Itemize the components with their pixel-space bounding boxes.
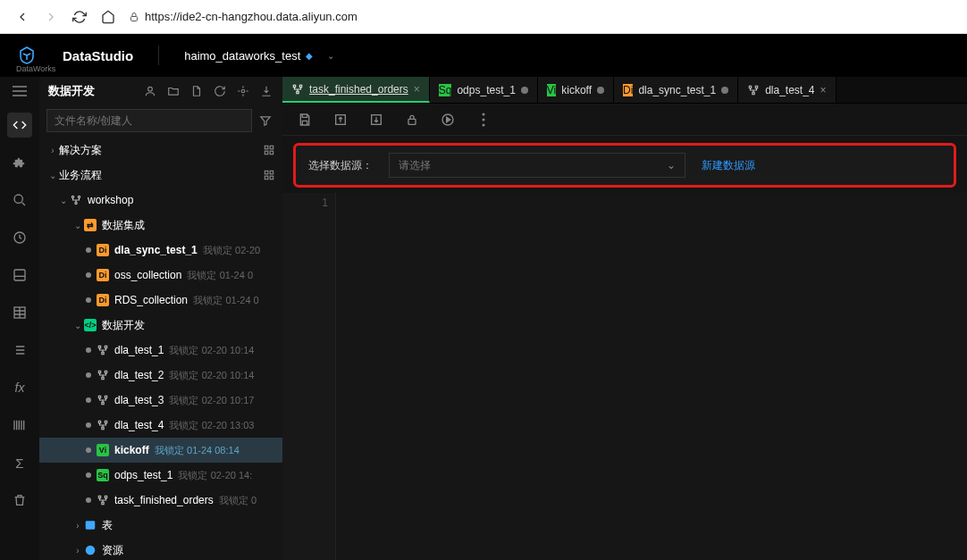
logo-icon xyxy=(16,45,38,66)
submit-button[interactable] xyxy=(332,112,349,128)
svg-rect-36 xyxy=(299,85,301,87)
tab-bar: task_finished_orders× Sqodps_test_1 Viki… xyxy=(282,77,967,104)
close-icon[interactable]: × xyxy=(820,84,827,96)
publish-button[interactable] xyxy=(368,112,384,128)
rail-component[interactable] xyxy=(7,263,32,288)
dirty-dot-icon xyxy=(521,87,528,94)
head-import-icon[interactable] xyxy=(259,84,273,98)
tree-item-kickoff[interactable]: Vikickoff我锁定 01-24 08:14 xyxy=(39,438,282,463)
svg-rect-28 xyxy=(105,421,106,422)
section-solutions[interactable]: ›解决方案 xyxy=(39,138,282,163)
save-button[interactable] xyxy=(297,112,313,128)
svg-point-6 xyxy=(241,89,245,93)
tab-task-finished-orders[interactable]: task_finished_orders× xyxy=(282,77,430,103)
project-name: haimo_dataworks_test xyxy=(184,49,300,63)
app-title: DataStudio xyxy=(63,48,133,63)
section-bizflow[interactable]: ⌄业务流程 xyxy=(39,163,282,188)
svg-point-34 xyxy=(86,546,96,556)
tab-dla-test-4[interactable]: dla_test_4× xyxy=(738,77,836,103)
home-button[interactable] xyxy=(100,9,116,25)
svg-rect-43 xyxy=(408,119,416,124)
tree-item-task-finished-orders[interactable]: task_finished_orders我锁定 0 xyxy=(39,488,282,513)
head-locate-icon[interactable] xyxy=(236,84,250,98)
resource-folder[interactable]: ›资源 xyxy=(39,538,282,560)
collapse-rail-button[interactable] xyxy=(0,82,39,100)
svg-rect-32 xyxy=(102,502,104,504)
run-button[interactable] xyxy=(440,112,456,128)
svg-rect-30 xyxy=(98,496,100,497)
new-datasource-link[interactable]: 新建数据源 xyxy=(702,158,755,173)
tree-item-odps-test-1[interactable]: Sqodps_test_1我锁定 02-20 14: xyxy=(39,463,282,488)
head-user-icon[interactable] xyxy=(143,84,157,98)
tab-kickoff[interactable]: Vikickoff xyxy=(538,77,614,103)
diamond-icon: ◆ xyxy=(306,51,313,61)
svg-point-45 xyxy=(483,113,485,115)
file-tree: ›解决方案 ⌄业务流程 ⌄workshop ⌄⇄数据集成 Didla_sync_… xyxy=(39,136,282,560)
datasource-label: 选择数据源： xyxy=(308,158,373,173)
forward-button[interactable] xyxy=(43,9,59,25)
dev-folder[interactable]: ⌄</>数据开发 xyxy=(39,313,282,338)
rail-barcode[interactable] xyxy=(7,413,32,438)
svg-point-16 xyxy=(78,196,80,197)
svg-rect-9 xyxy=(265,151,268,155)
svg-rect-0 xyxy=(131,16,138,21)
svg-rect-24 xyxy=(98,396,100,397)
rail-table[interactable] xyxy=(7,300,32,325)
svg-rect-19 xyxy=(105,346,106,347)
svg-rect-33 xyxy=(86,521,96,529)
dataint-folder[interactable]: ⌄⇄数据集成 xyxy=(39,213,282,238)
tree-item-dla-sync-test-1[interactable]: Didla_sync_test_1我锁定 02-20 xyxy=(39,238,282,263)
rail-sigma[interactable]: Σ xyxy=(7,450,32,475)
svg-rect-18 xyxy=(98,346,100,347)
head-refresh-icon[interactable] xyxy=(213,84,227,98)
svg-point-17 xyxy=(75,202,77,204)
more-button[interactable] xyxy=(475,112,492,128)
table-folder[interactable]: ›表 xyxy=(39,513,282,538)
tree-item-dla-test-4[interactable]: dla_test_4我锁定 02-20 13:03 xyxy=(39,413,282,438)
address-bar[interactable]: https://ide2-cn-hangzhou.data.aliyun.com xyxy=(129,10,357,23)
chevron-down-icon: ⌄ xyxy=(667,159,676,171)
svg-rect-14 xyxy=(270,176,273,180)
tree-item-oss-collection[interactable]: Dioss_collection我锁定 01-24 0 xyxy=(39,263,282,288)
workshop-folder[interactable]: ⌄workshop xyxy=(39,188,282,213)
svg-rect-40 xyxy=(753,92,754,94)
tab-odps-test-1[interactable]: Sqodps_test_1 xyxy=(430,77,538,103)
tree-item-dla-test-2[interactable]: dla_test_2我锁定 02-20 10:14 xyxy=(39,363,282,388)
code-editor[interactable]: 1 xyxy=(282,193,967,560)
lock-button[interactable] xyxy=(404,112,420,128)
head-new-folder-icon[interactable] xyxy=(166,84,181,98)
svg-rect-3 xyxy=(14,270,25,280)
rail-code[interactable] xyxy=(7,113,32,138)
svg-rect-11 xyxy=(265,171,268,174)
tab-dla-sync-test-1[interactable]: Didla_sync_test_1 xyxy=(614,77,738,103)
search-input[interactable] xyxy=(46,109,252,132)
head-new-file-icon[interactable] xyxy=(189,84,204,98)
back-button[interactable] xyxy=(14,9,30,25)
datasource-select[interactable]: 请选择 ⌄ xyxy=(389,153,685,178)
rail-history[interactable] xyxy=(7,225,32,250)
svg-rect-10 xyxy=(270,151,273,155)
reload-button[interactable] xyxy=(71,9,88,25)
tree-item-rds-collection[interactable]: DiRDS_collection我锁定 01-24 0 xyxy=(39,288,282,313)
tree-item-dla-test-1[interactable]: dla_test_1我锁定 02-20 10:14 xyxy=(39,338,282,363)
editor-area: task_finished_orders× Sqodps_test_1 Viki… xyxy=(282,77,967,560)
svg-rect-22 xyxy=(105,371,106,372)
project-selector[interactable]: haimo_dataworks_test ◆ ⌄ xyxy=(184,49,334,63)
tree-item-dla-test-3[interactable]: dla_test_3我锁定 02-20 10:17 xyxy=(39,388,282,413)
close-icon[interactable]: × xyxy=(414,83,420,96)
rail-list[interactable] xyxy=(7,338,32,363)
svg-rect-29 xyxy=(102,427,104,429)
url-text: https://ide2-cn-hangzhou.data.aliyun.com xyxy=(145,10,357,23)
svg-rect-25 xyxy=(105,396,106,397)
svg-rect-23 xyxy=(102,377,104,379)
svg-rect-39 xyxy=(755,86,757,88)
filter-button[interactable] xyxy=(256,111,275,130)
svg-point-47 xyxy=(483,123,485,126)
dirty-dot-icon xyxy=(721,87,728,94)
rail-trash[interactable] xyxy=(7,488,32,513)
rail-puzzle[interactable] xyxy=(7,150,32,175)
lock-icon xyxy=(129,11,139,23)
rail-search[interactable] xyxy=(7,188,32,213)
rail-fx[interactable]: fx xyxy=(7,375,32,400)
svg-rect-20 xyxy=(102,352,104,354)
